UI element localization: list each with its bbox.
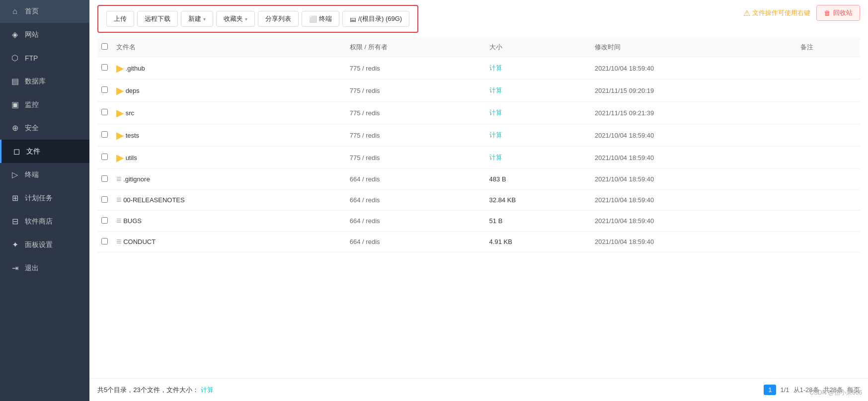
file-ops-hint-text: 文件操作可使用右键 xyxy=(752,8,810,17)
file-table-body: ▶ .github 775 / redis计算2021/10/04 18:59:… xyxy=(97,57,860,252)
mtime-cell: 2021/10/04 18:59:40 xyxy=(591,147,796,169)
toolbar: 上传 远程下载 新建 ▾ 收藏夹 ▾ 分享列表 ⬜ 终端 🖴 /(根目 xyxy=(97,5,418,33)
favorites-button[interactable]: 收藏夹 ▾ xyxy=(216,11,255,27)
th-filename: 文件名 xyxy=(112,38,346,57)
remote-download-label: 远程下载 xyxy=(145,14,170,23)
footer-calc-link[interactable]: 计算 xyxy=(201,386,214,395)
sidebar-item-settings[interactable]: ✦ 面板设置 xyxy=(0,233,89,256)
upload-button[interactable]: 上传 xyxy=(106,11,134,27)
sidebar-item-database[interactable]: ▤ 数据库 xyxy=(0,70,89,93)
table-row: ▶ .github 775 / redis计算2021/10/04 18:59:… xyxy=(97,57,860,80)
monitor-icon: ▣ xyxy=(10,100,20,109)
warning-icon: ⚠ xyxy=(743,8,750,18)
sidebar-item-monitor-label: 监控 xyxy=(25,100,39,109)
file-name[interactable]: src xyxy=(126,109,134,117)
file-name[interactable]: BUGS xyxy=(123,217,142,225)
page-total: 1/1 xyxy=(780,386,789,394)
size-cell: 483 B xyxy=(485,169,591,190)
calc-link[interactable]: 计算 xyxy=(489,86,502,94)
size-cell[interactable]: 计算 xyxy=(485,80,591,102)
remark-cell xyxy=(796,57,860,80)
size-cell[interactable]: 计算 xyxy=(485,124,591,147)
table-row: ▶ tests 775 / redis计算2021/10/04 18:59:40 xyxy=(97,124,860,147)
perm-cell: 775 / redis xyxy=(346,124,485,147)
current-page[interactable]: 1 xyxy=(764,385,776,395)
row-checkbox-7[interactable] xyxy=(101,217,108,224)
logout-icon: ⇥ xyxy=(10,263,20,273)
file-name[interactable]: utils xyxy=(126,154,137,161)
favorites-arrow-icon: ▾ xyxy=(245,16,247,22)
calc-link[interactable]: 计算 xyxy=(489,154,502,161)
sidebar-item-ftp[interactable]: ⬡ FTP xyxy=(0,46,89,70)
perm-cell: 664 / redis xyxy=(346,169,485,190)
sidebar-item-home[interactable]: ⌂ 首页 xyxy=(0,0,89,23)
th-remark: 备注 xyxy=(796,38,860,57)
file-name[interactable]: deps xyxy=(126,87,140,94)
remark-cell xyxy=(796,211,860,232)
file-name[interactable]: CONDUCT xyxy=(123,238,156,245)
size-cell[interactable]: 计算 xyxy=(485,102,591,124)
calc-link[interactable]: 计算 xyxy=(489,109,502,116)
sidebar-item-security-label: 安全 xyxy=(25,124,39,133)
sidebar-item-website-label: 网站 xyxy=(25,30,39,39)
remark-cell xyxy=(796,124,860,147)
sidebar-item-appstore[interactable]: ⊟ 软件商店 xyxy=(0,210,89,233)
remark-cell xyxy=(796,147,860,169)
remark-cell xyxy=(796,169,860,190)
row-checkbox-3[interactable] xyxy=(101,131,108,138)
file-table-wrap: 文件名 权限 / 所有者 大小 修改时间 备注 ▶ .github 775 / … xyxy=(89,38,868,378)
mtime-cell: 2021/10/04 18:59:40 xyxy=(591,57,796,80)
row-checkbox-2[interactable] xyxy=(101,109,108,115)
perm-cell: 664 / redis xyxy=(346,211,485,232)
size-cell[interactable]: 计算 xyxy=(485,57,591,80)
terminal-button[interactable]: ⬜ 终端 xyxy=(302,11,339,27)
footer-summary-text: 共5个目录，23个文件，文件大小： xyxy=(97,386,199,395)
sidebar-item-tasks[interactable]: ⊞ 计划任务 xyxy=(0,186,89,210)
main-content: 上传 远程下载 新建 ▾ 收藏夹 ▾ 分享列表 ⬜ 终端 🖴 /(根目 xyxy=(89,0,868,401)
row-checkbox-1[interactable] xyxy=(101,86,108,93)
row-checkbox-8[interactable] xyxy=(101,238,108,244)
file-name[interactable]: 00-RELEASENOTES xyxy=(123,196,185,204)
sidebar-item-database-label: 数据库 xyxy=(25,77,46,86)
favorites-label: 收藏夹 xyxy=(224,14,243,23)
sidebar-item-files[interactable]: ◻ 文件 xyxy=(0,140,89,163)
select-all-checkbox[interactable] xyxy=(101,43,108,50)
root-dir-button[interactable]: 🖴 /(根目录) (69G) xyxy=(342,11,409,27)
mtime-cell: 2021/10/04 18:59:40 xyxy=(591,232,796,252)
sidebar-item-logout[interactable]: ⇥ 退出 xyxy=(0,256,89,280)
file-icon: ≡ xyxy=(116,216,122,226)
shield-icon: ⊕ xyxy=(10,123,20,133)
sidebar-item-security[interactable]: ⊕ 安全 xyxy=(0,116,89,140)
terminal-icon-btn: ⬜ xyxy=(309,15,317,23)
share-list-button[interactable]: 分享列表 xyxy=(258,11,299,27)
calc-link[interactable]: 计算 xyxy=(489,64,502,72)
recycle-button[interactable]: 🗑 回收站 xyxy=(816,5,860,21)
sidebar-item-monitor[interactable]: ▣ 监控 xyxy=(0,93,89,116)
sidebar-item-terminal[interactable]: ▷ 终端 xyxy=(0,163,89,186)
file-name[interactable]: .github xyxy=(126,65,145,72)
new-arrow-icon: ▾ xyxy=(203,16,206,22)
file-name[interactable]: .gitignore xyxy=(123,175,150,183)
remote-download-button[interactable]: 远程下载 xyxy=(137,11,178,27)
new-button[interactable]: 新建 ▾ xyxy=(181,11,213,27)
footer-summary: 共5个目录，23个文件，文件大小： 计算 xyxy=(97,386,214,395)
sidebar-item-website[interactable]: ◈ 网站 xyxy=(0,23,89,46)
settings-icon: ✦ xyxy=(10,240,20,249)
row-checkbox-6[interactable] xyxy=(101,196,108,203)
perm-cell: 775 / redis xyxy=(346,147,485,169)
th-size: 大小 xyxy=(485,38,591,57)
share-list-label: 分享列表 xyxy=(265,14,291,23)
sidebar-item-files-label: 文件 xyxy=(26,147,40,156)
file-name-cell: ▶ utils xyxy=(116,152,342,163)
new-label: 新建 xyxy=(188,14,201,23)
watermark-text: CSDN @信小呆666 xyxy=(809,389,862,396)
root-dir-label: /(根目录) (69G) xyxy=(358,14,402,23)
row-checkbox-5[interactable] xyxy=(101,175,108,182)
size-cell[interactable]: 计算 xyxy=(485,147,591,169)
file-name[interactable]: tests xyxy=(126,132,139,139)
row-checkbox-0[interactable] xyxy=(101,64,108,71)
table-row: ≡ .gitignore 664 / redis483 B2021/10/04 … xyxy=(97,169,860,190)
calc-link[interactable]: 计算 xyxy=(489,131,502,139)
row-checkbox-4[interactable] xyxy=(101,154,108,160)
mtime-cell: 2021/11/15 09:21:39 xyxy=(591,102,796,124)
